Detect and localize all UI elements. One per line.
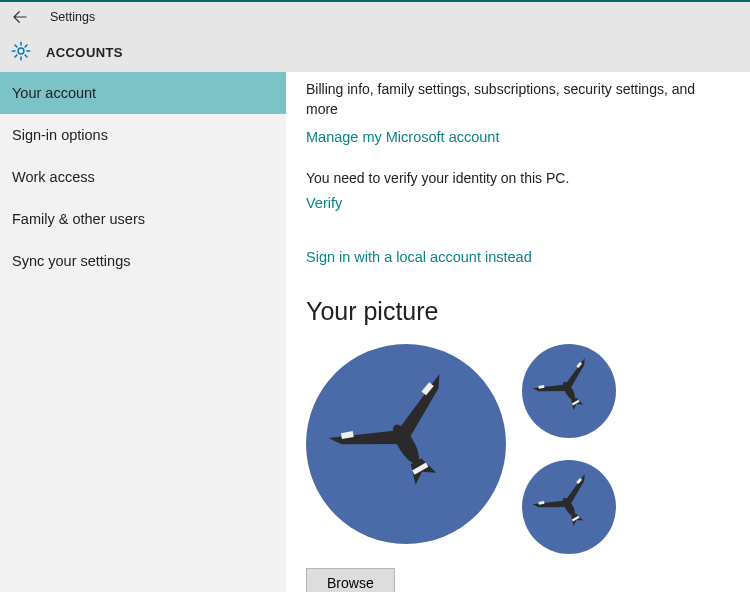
sidebar-item-family-other-users[interactable]: Family & other users — [0, 198, 286, 240]
bird-image-icon — [522, 460, 616, 554]
titlebar: Settings — [0, 2, 750, 32]
sidebar-item-label: Sign-in options — [12, 127, 108, 143]
page-header: ACCOUNTS — [0, 32, 750, 72]
sidebar-item-work-access[interactable]: Work access — [0, 156, 286, 198]
picture-row — [306, 344, 730, 554]
sign-in-local-account-link[interactable]: Sign in with a local account instead — [306, 249, 730, 265]
back-arrow-icon — [11, 8, 29, 26]
verify-prompt-text: You need to verify your identity on this… — [306, 169, 730, 189]
sidebar-item-sync-your-settings[interactable]: Sync your settings — [0, 240, 286, 282]
svg-point-0 — [18, 48, 24, 54]
sidebar-item-sign-in-options[interactable]: Sign-in options — [0, 114, 286, 156]
bird-image-icon — [522, 344, 616, 438]
sidebar-item-your-account[interactable]: Your account — [0, 72, 286, 114]
sidebar-item-label: Work access — [12, 169, 95, 185]
manage-microsoft-account-link[interactable]: Manage my Microsoft account — [306, 129, 730, 145]
avatar-small-column — [522, 344, 616, 554]
avatar-large[interactable] — [306, 344, 506, 544]
sidebar-item-label: Sync your settings — [12, 253, 130, 269]
content-pane: Billing info, family settings, subscript… — [286, 72, 750, 592]
section-name: ACCOUNTS — [46, 45, 123, 60]
window-title: Settings — [50, 10, 95, 24]
main-area: Your account Sign-in options Work access… — [0, 72, 750, 592]
browse-button[interactable]: Browse — [306, 568, 395, 592]
billing-info-text: Billing info, family settings, subscript… — [306, 80, 730, 119]
your-picture-heading: Your picture — [306, 297, 730, 326]
back-button[interactable] — [0, 2, 40, 32]
gear-icon — [10, 40, 32, 65]
verify-link[interactable]: Verify — [306, 195, 730, 211]
sidebar-item-label: Your account — [12, 85, 96, 101]
avatar-small-2[interactable] — [522, 460, 616, 554]
sidebar-item-label: Family & other users — [12, 211, 145, 227]
bird-image-icon — [306, 344, 506, 544]
sidebar: Your account Sign-in options Work access… — [0, 72, 286, 592]
avatar-small-1[interactable] — [522, 344, 616, 438]
